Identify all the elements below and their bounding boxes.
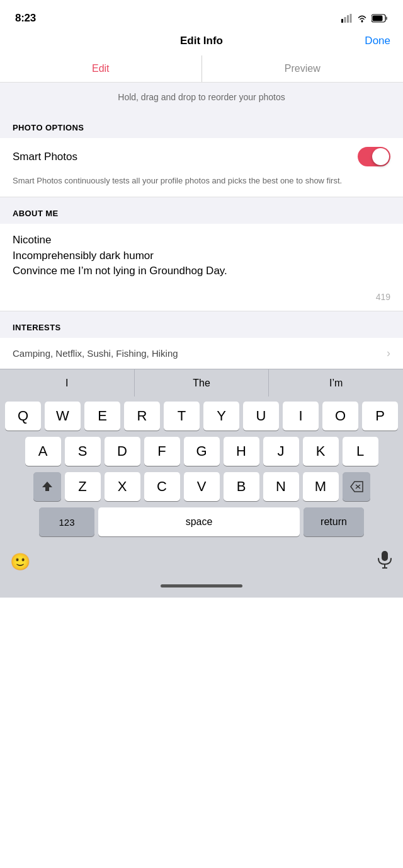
shift-up-arrow-icon (40, 480, 54, 494)
keyboard-row-1: Q W E R T Y U I O P (3, 402, 400, 431)
smart-photos-description: Smart Photos continuously tests all your… (0, 175, 403, 197)
svg-point-4 (361, 21, 363, 23)
chevron-right-icon: › (387, 347, 390, 360)
done-button[interactable]: Done (365, 35, 390, 47)
key-m[interactable]: M (303, 472, 339, 501)
keyboard-predictive-bar: I The I’m (0, 369, 403, 396)
delete-key[interactable] (343, 472, 370, 501)
key-n[interactable]: N (263, 472, 299, 501)
key-i[interactable]: I (283, 402, 319, 431)
status-time: 8:23 (15, 12, 36, 25)
key-w[interactable]: W (45, 402, 81, 431)
page-title: Edit Info (180, 35, 223, 47)
smart-photos-toggle[interactable] (358, 147, 390, 166)
key-s[interactable]: S (65, 437, 101, 466)
tabs-container: Edit Preview (0, 55, 403, 83)
svg-rect-2 (347, 15, 349, 23)
key-u[interactable]: U (243, 402, 279, 431)
svg-rect-3 (350, 14, 352, 23)
key-d[interactable]: D (105, 437, 140, 466)
keyboard-bottom-row: 🙂 (0, 545, 403, 579)
key-t[interactable]: T (164, 402, 200, 431)
drag-drop-banner: Hold, drag and drop to reorder your phot… (0, 83, 403, 112)
interests-title: INTERESTS (13, 323, 61, 332)
key-c[interactable]: C (144, 472, 180, 501)
tab-preview[interactable]: Preview (202, 55, 404, 82)
interests-row[interactable]: Camping, Netflix, Sushi, Fishing, Hiking… (0, 338, 403, 369)
key-l[interactable]: L (343, 437, 378, 466)
key-r[interactable]: R (124, 402, 160, 431)
photo-options-header: PHOTO OPTIONS (0, 112, 403, 138)
svg-rect-7 (373, 16, 383, 21)
toggle-thumb (372, 148, 389, 165)
key-k[interactable]: K (303, 437, 339, 466)
about-me-line2: Incomprehensibly dark humor (13, 250, 154, 262)
predict-item-2[interactable]: The (135, 369, 270, 396)
keyboard-row-3: Z X C V B N M (3, 472, 400, 501)
key-g[interactable]: G (184, 437, 220, 466)
signal-icon (341, 14, 353, 23)
photo-options-title: PHOTO OPTIONS (13, 123, 84, 132)
about-me-title: ABOUT ME (13, 209, 59, 218)
svg-rect-10 (382, 551, 388, 561)
key-z[interactable]: Z (65, 472, 101, 501)
key-o[interactable]: O (322, 402, 358, 431)
svg-rect-1 (344, 17, 346, 23)
status-icons (341, 14, 388, 23)
emoji-icon[interactable]: 🙂 (10, 552, 30, 572)
svg-rect-0 (341, 19, 343, 23)
return-key[interactable]: return (304, 507, 364, 536)
key-a[interactable]: A (25, 437, 61, 466)
tab-edit[interactable]: Edit (0, 55, 202, 82)
toggle-track (358, 147, 390, 166)
key-h[interactable]: H (224, 437, 259, 466)
predict-item-3[interactable]: I’m (269, 369, 403, 396)
space-label: space (186, 516, 213, 528)
about-me-header: ABOUT ME (0, 197, 403, 224)
about-me-text: Nicotine Incomprehensibly dark humor Con… (13, 233, 390, 279)
key-e[interactable]: E (84, 402, 120, 431)
key-q[interactable]: Q (5, 402, 41, 431)
svg-rect-6 (386, 17, 388, 20)
numbers-label: 123 (59, 517, 74, 528)
numbers-key[interactable]: 123 (39, 507, 94, 536)
nav-header: Edit Info Done (0, 28, 403, 55)
battery-icon (372, 14, 388, 23)
smart-photos-row: Smart Photos (0, 138, 403, 175)
predict-item-1[interactable]: I (0, 369, 135, 396)
key-b[interactable]: B (224, 472, 259, 501)
status-bar: 8:23 (0, 0, 403, 28)
shift-key[interactable] (33, 472, 61, 501)
home-indicator (0, 579, 403, 598)
key-j[interactable]: J (263, 437, 299, 466)
about-me-content[interactable]: Nicotine Incomprehensibly dark humor Con… (0, 224, 403, 288)
home-bar (161, 584, 242, 587)
keyboard-row-4: 123 space return (3, 507, 400, 536)
char-count: 419 (0, 288, 403, 311)
smart-photos-label: Smart Photos (13, 151, 77, 163)
keyboard-row-2: A S D F G H J K L (3, 437, 400, 466)
key-y[interactable]: Y (203, 402, 239, 431)
about-me-line1: Nicotine (13, 234, 51, 246)
interests-header: INTERESTS (0, 311, 403, 338)
wifi-icon (356, 14, 368, 23)
space-key[interactable]: space (98, 507, 300, 536)
keyboard: Q W E R T Y U I O P A S D F G H J K L Z … (0, 396, 403, 545)
microphone-icon[interactable] (377, 550, 393, 574)
drag-drop-text: Hold, drag and drop to reorder your phot… (118, 92, 285, 102)
return-label: return (321, 516, 347, 528)
key-f[interactable]: F (144, 437, 180, 466)
about-me-line3: Convince me I’m not lying in Groundhog D… (13, 265, 227, 277)
key-v[interactable]: V (184, 472, 220, 501)
key-p[interactable]: P (362, 402, 398, 431)
key-x[interactable]: X (105, 472, 140, 501)
interests-text: Camping, Netflix, Sushi, Fishing, Hiking (13, 348, 387, 359)
delete-backspace-icon (349, 481, 363, 492)
